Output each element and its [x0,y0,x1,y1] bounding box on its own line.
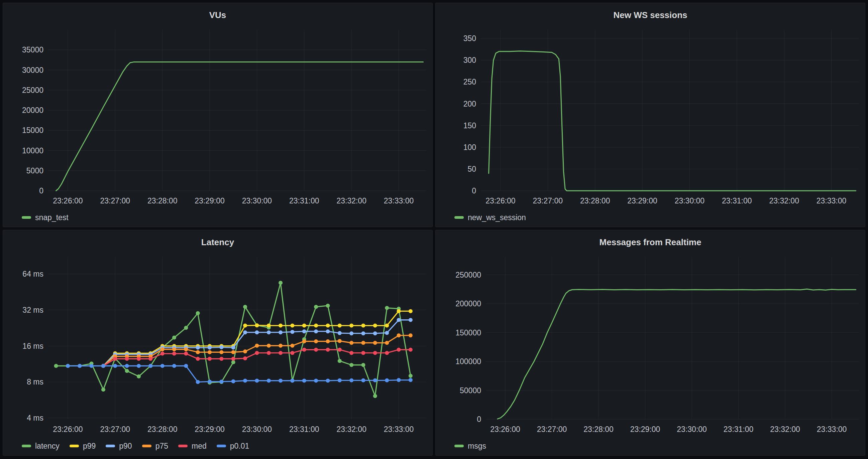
series-point-p90 [208,346,212,350]
panel-title-latency[interactable]: Latency [3,230,432,251]
latency-chart[interactable]: 4 ms8 ms16 ms32 ms64 ms23:26:0023:27:002… [3,251,432,440]
panel-title-messages[interactable]: Messages from Realtime [436,230,865,251]
new-ws-sessions-chart[interactable]: 05010015020025030035023:26:0023:27:0023:… [436,24,865,211]
legend-swatch [217,445,226,447]
legend-item-msgs[interactable]: msgs [455,441,486,451]
y-tick-label: 0 [477,415,481,424]
series-point-p99 [362,324,366,328]
x-tick-label: 23:32:00 [336,196,367,205]
series-point-med [314,348,318,352]
series-point-p75 [208,350,212,354]
series-point-med [373,351,377,355]
series-point-p90 [314,329,318,333]
series-point-med [160,352,164,356]
series-point-med [113,357,117,361]
series-point-latency [409,374,412,378]
series-point-p90 [243,330,247,334]
series-point-p0.01 [125,364,129,368]
y-tick-label: 35000 [22,45,43,54]
x-tick-label: 23:30:00 [242,196,272,205]
y-tick-label: 150 [463,121,476,130]
legend-item-p99[interactable]: p99 [69,441,96,451]
series-point-p0.01 [90,364,94,368]
series-point-med [290,351,294,355]
y-tick-label: 0 [472,187,476,195]
series-point-med [243,356,247,360]
series-point-p90 [338,331,342,335]
panel-vus: VUs 050001000015000200002500030000350002… [3,3,433,227]
series-point-p0.01 [66,364,70,368]
series-point-latency [137,374,141,379]
legend-label: p75 [155,441,168,451]
legend-item-p90[interactable]: p90 [106,441,132,451]
series-point-p0.01 [373,379,377,383]
legend-item-p75[interactable]: p75 [142,441,168,451]
series-point-p90 [349,331,353,335]
series-point-p0.01 [267,379,271,383]
series-point-p99 [349,324,353,328]
y-tick-label: 200000 [456,299,481,308]
y-tick-label: 50000 [460,386,481,395]
series-point-med [279,351,282,355]
series-point-p0.01 [397,378,401,382]
series-point-p99 [397,309,401,313]
legend-item-med[interactable]: med [178,441,207,451]
x-tick-label: 23:26:00 [53,196,83,205]
x-tick-label: 23:30:00 [242,425,272,434]
vus-chart[interactable]: 0500010000150002000025000300003500023:26… [3,24,432,211]
x-tick-label: 23:31:00 [289,196,319,205]
legend-label: p90 [119,441,132,451]
legend-item-new_ws_session[interactable]: new_ws_session [455,213,526,222]
x-tick-label: 23:26:00 [486,196,516,205]
series-point-p90 [196,346,200,350]
series-line-msgs [498,289,856,419]
series-point-latency [231,360,236,364]
legend-swatch [106,445,115,447]
panel-title-new-ws-sessions[interactable]: New WS sessions [436,3,865,24]
y-tick-label: 5000 [26,166,43,175]
series-point-p75 [172,348,176,352]
series-point-med [397,348,401,352]
series-point-p0.01 [362,379,366,383]
x-tick-label: 23:33:00 [817,425,847,434]
new-ws-sessions-legend: new_ws_session [436,211,865,227]
series-point-med [208,357,212,361]
series-point-p90 [397,318,401,322]
series-point-med [409,348,412,352]
series-point-latency [101,388,105,392]
panel-title-vus[interactable]: VUs [3,3,432,24]
series-point-p90 [219,346,223,350]
series-point-p75 [279,344,282,348]
series-point-p75 [373,341,377,345]
x-tick-label: 23:29:00 [195,196,225,205]
x-tick-label: 23:27:00 [537,425,567,434]
x-tick-label: 23:32:00 [336,425,367,434]
messages-chart[interactable]: 05000010000015000020000025000023:26:0023… [436,251,865,440]
x-tick-label: 23:28:00 [148,425,178,434]
series-point-p75 [385,341,389,345]
series-point-p99 [243,324,247,328]
series-point-med [219,357,223,361]
legend-label: latency [35,441,60,451]
x-tick-label: 23:27:00 [533,196,563,205]
series-point-p0.01 [290,379,294,383]
series-point-p75 [397,333,401,337]
series-point-p90 [385,331,389,335]
series-point-med [149,357,152,361]
legend-item-p0.01[interactable]: p0.01 [217,441,249,451]
y-tick-label: 350 [463,34,476,43]
dashboard: VUs 050001000015000200002500030000350002… [0,0,868,459]
y-tick-label: 25000 [22,86,43,95]
legend-item-latency[interactable]: latency [22,441,60,451]
series-point-p90 [302,329,306,333]
series-point-p99 [302,324,306,328]
series-line-new_ws_session [489,51,856,191]
legend-swatch [178,445,188,447]
y-tick-label: 100000 [456,357,481,366]
series-point-p75 [243,350,247,354]
legend-item-snap_test[interactable]: snap_test [22,213,68,222]
y-tick-label: 4 ms [27,414,43,422]
series-point-p0.01 [326,379,330,383]
series-point-p0.01 [78,364,82,368]
y-tick-label: 20000 [22,106,43,114]
